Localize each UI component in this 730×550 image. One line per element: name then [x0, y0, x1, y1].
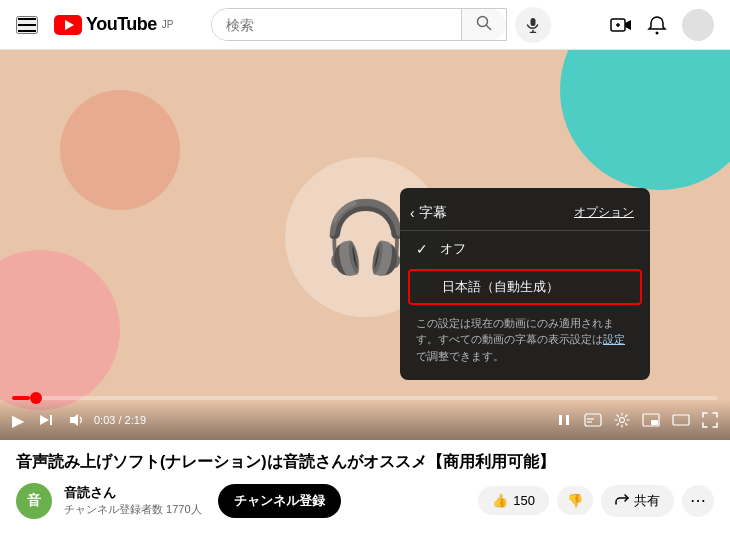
svg-marker-12 — [40, 415, 49, 425]
more-button[interactable]: ⋯ — [682, 485, 714, 517]
youtube-logo-text: YouTube — [86, 14, 157, 35]
check-icon: ✓ — [416, 241, 432, 257]
svg-point-11 — [656, 31, 659, 34]
search-input-wrap — [211, 8, 507, 41]
controls-bar: ▶ 0:03 / 2:19 — [0, 400, 730, 440]
create-button[interactable] — [610, 14, 632, 36]
dislike-button[interactable]: 👎 — [557, 486, 593, 515]
action-buttons: 👍 150 👎 共有 ⋯ — [478, 485, 714, 517]
video-info: 音声読み上げソフト(ナレーション)は音読さんがオススメ【商用利用可能】 音 音読… — [0, 440, 730, 527]
share-label: 共有 — [634, 492, 660, 510]
caption-back-button[interactable]: ‹ 字幕 — [410, 204, 447, 222]
channel-avatar[interactable]: 音 — [16, 483, 52, 519]
pause-button[interactable] — [552, 410, 576, 430]
settings-button[interactable] — [610, 410, 634, 430]
miniplayer-button[interactable] — [638, 411, 664, 429]
fullscreen-button[interactable] — [698, 410, 722, 430]
like-icon: 👍 — [492, 493, 508, 508]
bg-decoration-salmon — [60, 90, 180, 210]
caption-options-link[interactable]: オプション — [574, 204, 634, 221]
subscribe-button[interactable]: チャンネル登録 — [218, 484, 341, 518]
caption-menu-title: 字幕 — [419, 204, 447, 222]
search-area — [211, 7, 551, 43]
caption-off-item[interactable]: ✓ オフ — [400, 231, 650, 267]
like-button[interactable]: 👍 150 — [478, 486, 549, 515]
dislike-icon: 👎 — [567, 493, 583, 508]
svg-marker-8 — [625, 20, 631, 30]
bg-decoration-teal — [560, 50, 730, 190]
caption-off-label: オフ — [440, 240, 466, 258]
svg-rect-15 — [559, 415, 562, 425]
notifications-button[interactable] — [646, 14, 668, 36]
search-input[interactable] — [212, 9, 461, 40]
video-title: 音声読み上げソフト(ナレーション)は音読さんがオススメ【商用利用可能】 — [16, 452, 714, 473]
subtitles-button[interactable] — [580, 411, 606, 429]
next-button[interactable] — [34, 410, 58, 430]
svg-rect-4 — [531, 18, 536, 26]
svg-line-3 — [487, 26, 491, 30]
right-controls — [552, 410, 722, 430]
avatar[interactable] — [682, 9, 714, 41]
caption-menu-header: ‹ 字幕 オプション — [400, 196, 650, 231]
youtube-jp-suffix: JP — [162, 19, 174, 30]
back-icon: ‹ — [410, 205, 415, 221]
caption-japanese-label: 日本語（自動生成） — [442, 278, 559, 296]
svg-rect-16 — [566, 415, 569, 425]
video-player[interactable]: 🎧 ‹ 字幕 オプション ✓ オフ 日本語（自動生成） この設定は現在の動画にの… — [0, 50, 730, 440]
header-left: YouTubeJP — [16, 14, 174, 35]
search-button[interactable] — [461, 9, 506, 40]
svg-point-20 — [620, 418, 625, 423]
header-right — [610, 9, 714, 41]
caption-note: この設定は現在の動画にのみ適用されます。すべての動画の字幕の表示設定は設定で調整… — [400, 307, 650, 373]
bg-decoration-pink — [0, 250, 120, 410]
menu-button[interactable] — [16, 16, 38, 34]
like-count: 150 — [513, 493, 535, 508]
caption-menu: ‹ 字幕 オプション ✓ オフ 日本語（自動生成） この設定は現在の動画にのみ適… — [400, 188, 650, 381]
channel-name: 音読さん — [64, 484, 202, 502]
play-button[interactable]: ▶ — [8, 409, 28, 432]
caption-japanese-item[interactable]: 日本語（自動生成） — [408, 269, 642, 305]
share-button[interactable]: 共有 — [601, 485, 674, 517]
header: YouTubeJP — [0, 0, 730, 50]
headphones-icon: 🎧 — [322, 196, 409, 278]
youtube-logo-icon — [54, 15, 82, 35]
logo-area: YouTubeJP — [54, 14, 174, 35]
volume-button[interactable] — [64, 410, 88, 430]
theater-button[interactable] — [668, 412, 694, 428]
svg-rect-22 — [651, 420, 658, 425]
subscriber-count: チャンネル登録者数 1770人 — [64, 502, 202, 517]
microphone-button[interactable] — [515, 7, 551, 43]
svg-rect-23 — [673, 415, 689, 425]
channel-row: 音 音読さん チャンネル登録者数 1770人 チャンネル登録 👍 150 👎 共… — [16, 483, 714, 519]
svg-rect-13 — [50, 415, 52, 425]
channel-info: 音読さん チャンネル登録者数 1770人 — [64, 484, 202, 517]
time-display: 0:03 / 2:19 — [94, 414, 146, 426]
svg-marker-14 — [70, 414, 78, 426]
svg-rect-17 — [585, 414, 601, 426]
caption-settings-link[interactable]: 設定 — [603, 333, 625, 345]
